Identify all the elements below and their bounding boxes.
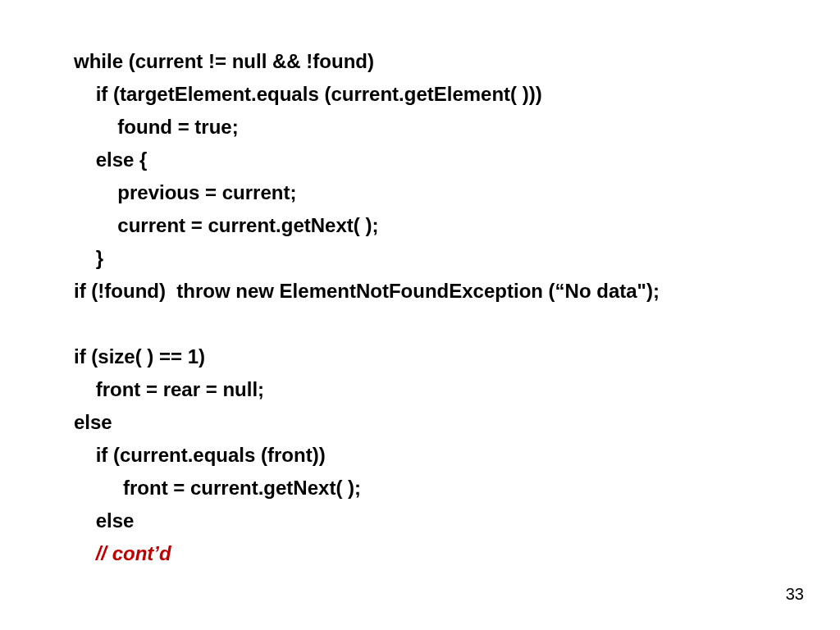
code-block: while (current != null && !found) if (ta…	[74, 45, 774, 570]
code-line: }	[74, 247, 103, 269]
code-line: front = rear = null;	[74, 378, 264, 400]
code-line: if (targetElement.equals (current.getEle…	[74, 83, 542, 105]
code-line: found = true;	[74, 116, 239, 138]
code-line: else	[74, 411, 112, 433]
code-line: if (size( ) == 1)	[74, 345, 205, 368]
code-line-indent	[74, 542, 96, 564]
code-line: else	[74, 509, 134, 532]
code-comment: // cont’d	[96, 542, 171, 564]
slide: while (current != null && !found) if (ta…	[0, 0, 840, 630]
code-line: current = current.getNext( );	[74, 214, 378, 236]
code-line: previous = current;	[74, 181, 296, 203]
code-line: if (current.equals (front))	[74, 444, 326, 466]
page-number: 33	[786, 585, 804, 604]
code-line: if (!found) throw new ElementNotFoundExc…	[74, 280, 660, 302]
code-line: while (current != null && !found)	[74, 50, 374, 72]
code-line: else {	[74, 148, 147, 171]
code-line: front = current.getNext( );	[74, 477, 361, 499]
